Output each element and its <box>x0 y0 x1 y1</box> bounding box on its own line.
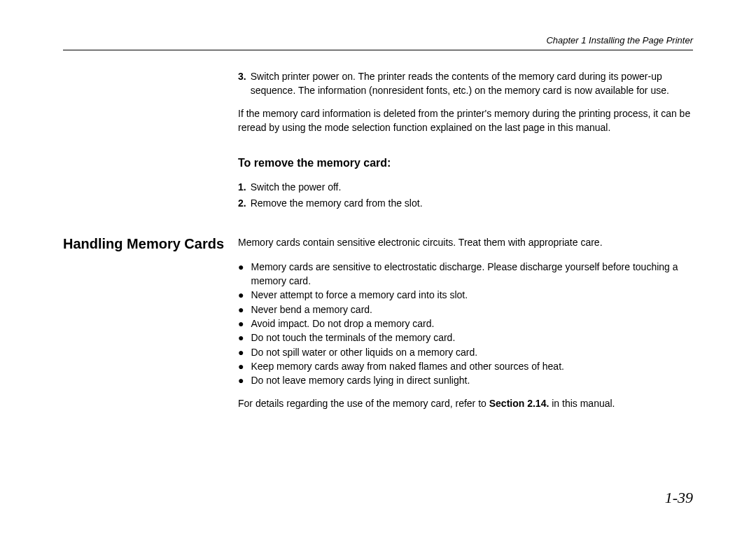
bullet-icon: ● <box>238 303 244 317</box>
step-number: 2. <box>238 195 246 211</box>
step-text: Switch printer power on. The printer rea… <box>251 70 693 97</box>
list-item: ● Do not leave memory cards lying in dir… <box>238 373 693 387</box>
step-text: Switch the power off. <box>251 179 342 195</box>
bullet-text: Do not spill water or other liquids on a… <box>251 345 693 359</box>
bullet-text: Do not leave memory cards lying in direc… <box>251 373 693 387</box>
details-ref: Section 2.14. <box>489 398 550 409</box>
bullet-icon: ● <box>238 260 244 274</box>
handling-body: Memory cards contain sensitive electroni… <box>238 236 693 411</box>
step-3: 3. Switch printer power on. The printer … <box>238 70 693 97</box>
list-item: ● Keep memory cards away from naked flam… <box>238 359 693 373</box>
bullet-icon: ● <box>238 345 244 359</box>
page-header: Chapter 1 Installing the Page Printer <box>63 35 693 50</box>
details-suffix: in this manual. <box>549 398 615 409</box>
list-item: ● Do not spill water or other liquids on… <box>238 345 693 359</box>
note-paragraph: If the memory card information is delete… <box>238 107 693 134</box>
handling-bullets: ● Memory cards are sensitive to electros… <box>238 260 693 388</box>
bullet-icon: ● <box>238 288 244 302</box>
bullet-text: Memory cards are sensitive to electrosta… <box>251 260 693 289</box>
list-item: ● Never bend a memory card. <box>238 303 693 317</box>
handling-heading: Handling Memory Cards <box>63 236 238 252</box>
remove-heading: To remove the memory card: <box>238 157 693 169</box>
bullet-text: Never attempt to force a memory card int… <box>251 288 693 302</box>
bullet-icon: ● <box>238 317 244 331</box>
step-text: Remove the memory card from the slot. <box>251 195 423 211</box>
bullet-icon: ● <box>238 373 244 387</box>
bullet-icon: ● <box>238 331 244 345</box>
bullet-text: Keep memory cards away from naked flames… <box>251 359 693 373</box>
remove-step-2: 2. Remove the memory card from the slot. <box>238 195 693 211</box>
list-item: ● Memory cards are sensitive to electros… <box>238 260 693 289</box>
step-number: 1. <box>238 179 246 195</box>
bullet-text: Never bend a memory card. <box>251 303 693 317</box>
details-paragraph: For details regarding the use of the mem… <box>238 397 693 411</box>
handling-intro: Memory cards contain sensitive electroni… <box>238 236 693 250</box>
bullet-text: Do not touch the terminals of the memory… <box>251 331 693 345</box>
bullet-icon: ● <box>238 359 244 373</box>
list-item: ● Avoid impact. Do not drop a memory car… <box>238 317 693 331</box>
remove-step-1: 1. Switch the power off. <box>238 179 693 195</box>
bullet-text: Avoid impact. Do not drop a memory card. <box>251 317 693 331</box>
top-content: 3. Switch printer power on. The printer … <box>63 70 693 211</box>
handling-section: Handling Memory Cards Memory cards conta… <box>63 236 693 411</box>
step-number: 3. <box>238 70 246 97</box>
remove-steps: 1. Switch the power off. 2. Remove the m… <box>238 179 693 211</box>
details-prefix: For details regarding the use of the mem… <box>238 398 489 409</box>
page-number: 1-39 <box>665 489 693 507</box>
list-item: ● Do not touch the terminals of the memo… <box>238 331 693 345</box>
chapter-label: Chapter 1 Installing the Page Printer <box>546 35 693 46</box>
list-item: ● Never attempt to force a memory card i… <box>238 288 693 302</box>
